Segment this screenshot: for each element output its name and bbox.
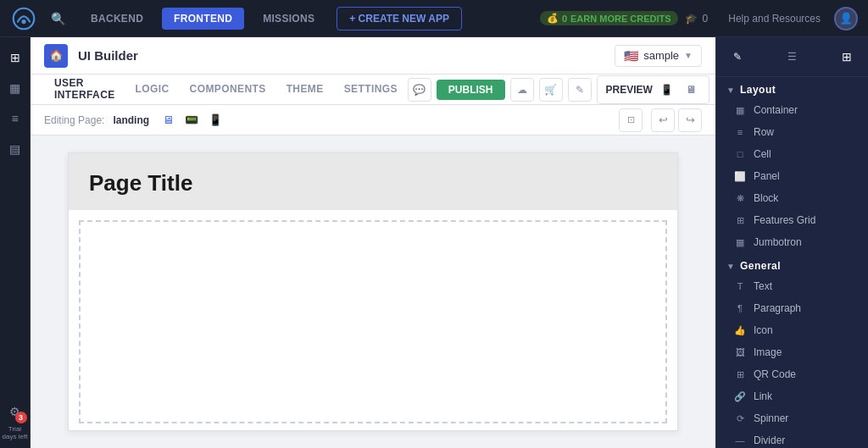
mobile-device-button[interactable]: 📱 [205, 110, 225, 130]
general-chevron-icon: ▼ [726, 262, 735, 271]
cell-label: Cell [754, 148, 771, 160]
preview-button[interactable]: PREVIEW 📱 🖥 [597, 75, 709, 104]
panel-item-link[interactable]: 🔗 Link [716, 385, 868, 407]
help-resources-link[interactable]: Help and Resources [728, 13, 821, 25]
env-name: sample [643, 49, 679, 62]
earn-credits-label: EARN MORE CREDITS [570, 14, 671, 24]
panel-icon: ⬜ [733, 169, 747, 183]
tab-theme[interactable]: THEME [276, 76, 334, 103]
block-icon: ❋ [733, 191, 747, 205]
features-grid-icon: ⊞ [733, 213, 747, 227]
panel-item-features-grid[interactable]: ⊞ Features Grid [716, 209, 868, 231]
cell-icon: □ [733, 147, 747, 161]
panel-item-text[interactable]: T Text [716, 275, 868, 297]
sidebar-icon-chart[interactable]: ▦ [2, 75, 29, 102]
sidebar-icon-grid[interactable]: ⊞ [2, 44, 29, 71]
divider-label: Divider [754, 434, 785, 446]
jumbotron-label: Jumbotron [754, 236, 802, 248]
panel-grid-icon[interactable]: ⊞ [836, 46, 858, 68]
container-label: Container [754, 104, 798, 116]
canvas-area[interactable]: Page Title [31, 136, 715, 448]
edit-icon-button[interactable]: ✎ [568, 78, 592, 102]
mobile-preview-icon[interactable]: 📱 [658, 80, 676, 99]
image-label: Image [754, 346, 782, 358]
cart-icon-button[interactable]: 🛒 [539, 78, 563, 102]
panel-item-jumbotron[interactable]: ▦ Jumbotron [716, 231, 868, 253]
env-flag: 🇺🇸 [624, 49, 638, 63]
sidebar-icon-settings[interactable]: ⚙ 3 [2, 398, 29, 425]
features-grid-label: Features Grid [754, 214, 815, 226]
canvas-page-title: Page Title [89, 170, 657, 196]
row-label: Row [754, 126, 774, 138]
panel-item-divider[interactable]: — Divider [716, 429, 868, 448]
general-section-header[interactable]: ▼ General [716, 253, 868, 275]
sidebar-badge: 3 [15, 412, 27, 423]
education-credits[interactable]: 🎓 0 [685, 13, 709, 25]
search-button[interactable]: 🔍 [44, 8, 72, 29]
environment-selector[interactable]: 🇺🇸 sample ▼ [615, 45, 702, 67]
redo-button[interactable]: ↪ [678, 108, 702, 132]
nav-tab-backend[interactable]: BACKEND [79, 8, 155, 30]
qr-code-icon: ⊞ [733, 368, 747, 381]
panel-label: Panel [754, 170, 780, 182]
nav-tab-frontend[interactable]: FRONTEND [162, 8, 244, 30]
education-icon: 🎓 [685, 13, 698, 25]
panel-item-icon[interactable]: 👍 Icon [716, 319, 868, 341]
panel-item-block[interactable]: ❋ Block [716, 187, 868, 209]
paragraph-label: Paragraph [754, 302, 801, 314]
right-panel: ✎ ☰ ⊞ ▼ Layout ▦ Container ≡ Row □ Cell … [715, 37, 868, 448]
user-avatar[interactable]: 👤 [834, 7, 858, 30]
tablet-device-button[interactable]: 📟 [181, 110, 202, 130]
panel-item-panel[interactable]: ⬜ Panel [716, 165, 868, 187]
tab-settings[interactable]: SETTINGS [334, 76, 408, 103]
zoom-box-icon[interactable]: ⊡ [619, 108, 643, 132]
undo-button[interactable]: ↩ [651, 108, 675, 132]
panel-item-image[interactable]: 🖼 Image [716, 341, 868, 363]
desktop-preview-icon[interactable]: 🖥 [682, 80, 700, 99]
main-area: ⊞ ▦ ≡ ▤ ⚙ 3 Trial days left 🏠 UI Builder… [0, 37, 868, 448]
upload-icon-button[interactable]: ☁ [510, 78, 534, 102]
tab-ui-interface[interactable]: USER INTERFACE [44, 70, 125, 109]
device-buttons: 🖥 📟 📱 [158, 110, 225, 130]
tab-actions: 💬 PUBLISH ☁ 🛒 ✎ PREVIEW 📱 🖥 [408, 75, 709, 104]
icon-label: Icon [754, 324, 773, 336]
app-logo[interactable] [10, 5, 37, 32]
credits-icon: 💰 [547, 13, 559, 24]
panel-item-qr-code[interactable]: ⊞ QR Code [716, 363, 868, 385]
spinner-icon: ⟳ [733, 412, 747, 425]
canvas-page-header: Page Title [69, 153, 677, 210]
publish-button[interactable]: PUBLISH [437, 80, 505, 100]
left-sidebar: ⊞ ▦ ≡ ▤ ⚙ 3 Trial days left [0, 37, 31, 448]
panel-item-row[interactable]: ≡ Row [716, 121, 868, 143]
divider-icon: — [733, 434, 747, 447]
panel-item-container[interactable]: ▦ Container [716, 99, 868, 121]
panel-item-spinner[interactable]: ⟳ Spinner [716, 407, 868, 429]
qr-code-label: QR Code [754, 368, 796, 380]
top-navigation: 🔍 BACKEND FRONTEND MISSIONS + CREATE NEW… [0, 0, 868, 37]
layout-section-title: Layout [740, 84, 776, 96]
general-section-title: General [740, 260, 781, 272]
comment-icon-button[interactable]: 💬 [408, 78, 431, 102]
center-content: 🏠 UI Builder 🇺🇸 sample ▼ USER INTERFACE … [31, 37, 715, 448]
panel-menu-icon[interactable]: ☰ [782, 46, 804, 68]
create-new-app-button[interactable]: + CREATE NEW APP [337, 7, 462, 30]
panel-item-paragraph[interactable]: ¶ Paragraph [716, 297, 868, 319]
home-button[interactable]: 🏠 [44, 44, 68, 68]
tab-logic[interactable]: LOGIC [125, 76, 180, 103]
jumbotron-icon: ▦ [733, 235, 747, 249]
right-panel-toolbar: ✎ ☰ ⊞ [716, 37, 868, 77]
panel-item-cell[interactable]: □ Cell [716, 143, 868, 165]
canvas-content-area[interactable] [79, 220, 667, 423]
sidebar-icon-table[interactable]: ▤ [2, 136, 29, 163]
text-label: Text [754, 280, 772, 292]
sidebar-icon-list[interactable]: ≡ [2, 105, 29, 132]
nav-tab-missions[interactable]: MISSIONS [251, 8, 326, 30]
icon-icon: 👍 [733, 324, 747, 337]
tab-components[interactable]: COMPONENTS [180, 76, 276, 103]
builder-tabs: USER INTERFACE LOGIC COMPONENTS THEME SE… [31, 75, 715, 105]
layout-section-header[interactable]: ▼ Layout [716, 77, 868, 99]
panel-cursor-icon[interactable]: ✎ [726, 46, 748, 68]
credits-badge[interactable]: 💰 0 EARN MORE CREDITS [540, 11, 678, 25]
row-icon: ≡ [733, 125, 747, 139]
desktop-device-button[interactable]: 🖥 [158, 110, 178, 130]
